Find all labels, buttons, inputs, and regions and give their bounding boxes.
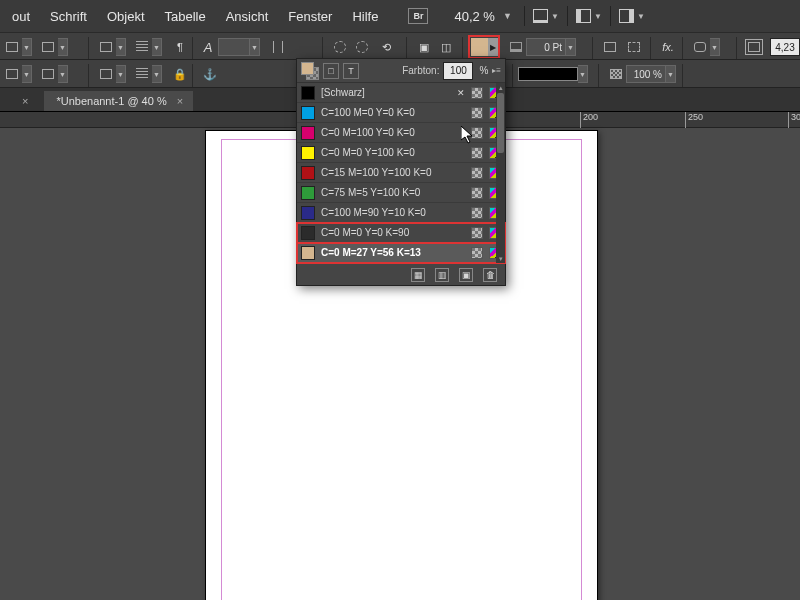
align-icon[interactable] bbox=[96, 64, 116, 84]
chevron-down-icon[interactable]: ▼ bbox=[578, 65, 588, 83]
separator bbox=[610, 6, 611, 26]
separator bbox=[192, 64, 193, 88]
chevron-down-icon[interactable]: ▼ bbox=[250, 38, 260, 56]
zoom-value: 40,2 % bbox=[454, 9, 494, 24]
menu-fenster[interactable]: Fenster bbox=[278, 3, 342, 30]
shear-angle-field[interactable] bbox=[218, 38, 250, 56]
flip-icon[interactable]: ⟲ bbox=[376, 37, 396, 57]
frame-fitting-icon[interactable] bbox=[744, 37, 764, 57]
stroke-style-preview[interactable] bbox=[518, 67, 578, 81]
cell-style-icon[interactable] bbox=[38, 64, 58, 84]
opacity-field[interactable]: 100 % bbox=[626, 65, 666, 83]
separator bbox=[682, 37, 683, 60]
chevron-down-icon[interactable]: ▼ bbox=[58, 65, 68, 83]
zoom-combo[interactable]: 40,2 % ▼ bbox=[454, 9, 511, 24]
rotate-cw-icon[interactable] bbox=[330, 37, 350, 57]
menu-tabelle[interactable]: Tabelle bbox=[155, 3, 216, 30]
bridge-button[interactable]: Br bbox=[408, 8, 428, 24]
distribute-icon[interactable] bbox=[132, 64, 152, 84]
menu-objekt[interactable]: Objekt bbox=[97, 3, 155, 30]
swatch-chip bbox=[301, 186, 315, 200]
scroll-thumb[interactable] bbox=[497, 93, 504, 153]
document-tab-other[interactable]: × bbox=[0, 91, 38, 111]
document-tab-label: *Unbenannt-1 @ 40 % bbox=[56, 95, 166, 107]
menu-schrift[interactable]: Schrift bbox=[40, 3, 97, 30]
chevron-right-icon[interactable]: ▸≡ bbox=[492, 66, 501, 75]
misc-numeric-field[interactable]: 4,23 bbox=[770, 38, 800, 56]
new-swatch-icon[interactable]: ▣ bbox=[459, 268, 473, 282]
chevron-down-icon[interactable]: ▼ bbox=[666, 65, 676, 83]
chevron-down-icon[interactable]: ▼ bbox=[152, 38, 162, 56]
close-icon[interactable]: × bbox=[177, 95, 183, 107]
select-container-icon[interactable]: ▣ bbox=[414, 37, 434, 57]
formatting-text-icon[interactable]: T bbox=[343, 63, 359, 79]
tint-field[interactable]: 100 bbox=[443, 62, 473, 80]
effects-icon[interactable]: fx. bbox=[658, 37, 678, 57]
separator bbox=[567, 6, 568, 26]
fill-stroke-proxy[interactable] bbox=[301, 62, 319, 80]
lock-icon[interactable]: 🔒 bbox=[170, 64, 190, 84]
object-style-icon[interactable] bbox=[2, 64, 22, 84]
story-options-icon[interactable]: ¶ bbox=[170, 37, 190, 57]
grid-icon[interactable] bbox=[132, 37, 152, 57]
corner-options-icon[interactable] bbox=[690, 37, 710, 57]
scroll-down-icon[interactable]: ▾ bbox=[496, 254, 505, 263]
swatch-row[interactable]: C=0 M=100 Y=0 K=0 bbox=[297, 123, 505, 143]
chevron-down-icon[interactable]: ▼ bbox=[710, 38, 720, 56]
text-wrap-bounding-icon[interactable] bbox=[624, 37, 644, 57]
separator bbox=[650, 37, 651, 60]
stroke-weight-icon bbox=[506, 37, 526, 57]
close-icon[interactable]: × bbox=[22, 95, 28, 107]
separator bbox=[192, 37, 193, 60]
chevron-down-icon[interactable]: ▼ bbox=[152, 65, 162, 83]
document-tab-active[interactable]: *Unbenannt-1 @ 40 % × bbox=[44, 91, 193, 111]
select-content-icon[interactable]: ◫ bbox=[436, 37, 456, 57]
separator bbox=[592, 37, 593, 60]
workspace-switcher-button[interactable]: ▼ bbox=[619, 5, 645, 27]
ruler-tick: 200 bbox=[580, 112, 598, 128]
swatch-row[interactable]: C=15 M=100 Y=100 K=0 bbox=[297, 163, 505, 183]
separator bbox=[322, 37, 323, 60]
scroll-up-icon[interactable]: ▴ bbox=[496, 83, 505, 92]
swatch-row[interactable]: C=0 M=0 Y=0 K=90 bbox=[297, 223, 505, 243]
chevron-down-icon[interactable]: ▼ bbox=[566, 38, 576, 56]
trash-icon[interactable]: 🗑 bbox=[483, 268, 497, 282]
chevron-down-icon[interactable]: ▼ bbox=[116, 38, 126, 56]
chevron-down-icon[interactable]: ▼ bbox=[22, 65, 32, 83]
text-wrap-none-icon[interactable] bbox=[600, 37, 620, 57]
swatch-row[interactable]: C=0 M=0 Y=100 K=0 bbox=[297, 143, 505, 163]
swatch-row[interactable]: [Schwarz]✕ bbox=[297, 83, 505, 103]
chevron-down-icon[interactable]: ▼ bbox=[116, 65, 126, 83]
text-frame-options-icon[interactable] bbox=[96, 37, 116, 57]
show-options-icon[interactable]: ▦ bbox=[411, 268, 425, 282]
swatch-chip bbox=[301, 106, 315, 120]
rotate-ccw-icon[interactable]: A bbox=[198, 37, 218, 57]
arrange-documents-button[interactable]: ▼ bbox=[576, 5, 602, 27]
stroke-weight-field[interactable]: 0 Pt bbox=[526, 38, 566, 56]
new-folder-icon[interactable]: ▥ bbox=[435, 268, 449, 282]
swatches-panel-footer: ▦ ▥ ▣ 🗑 bbox=[297, 263, 505, 285]
chevron-down-icon[interactable]: ▼ bbox=[22, 38, 32, 56]
scrollbar[interactable]: ▴ ▾ bbox=[496, 83, 505, 263]
opacity-icon bbox=[606, 64, 626, 84]
swatch-name: C=0 M=100 Y=0 K=0 bbox=[321, 127, 465, 138]
menu-layout[interactable]: out bbox=[2, 3, 40, 30]
anchor-icon[interactable]: ⚓ bbox=[200, 64, 220, 84]
separator bbox=[406, 37, 407, 60]
swatch-row[interactable]: C=100 M=0 Y=0 K=0 bbox=[297, 103, 505, 123]
swatch-row[interactable]: C=100 M=90 Y=10 K=0 bbox=[297, 203, 505, 223]
chevron-down-icon[interactable]: ▼ bbox=[58, 38, 68, 56]
formatting-container-icon[interactable]: □ bbox=[323, 63, 339, 79]
char-style-icon[interactable] bbox=[38, 37, 58, 57]
screen-mode-button[interactable]: ▼ bbox=[533, 5, 559, 27]
swatch-row[interactable]: C=75 M=5 Y=100 K=0 bbox=[297, 183, 505, 203]
separator bbox=[736, 37, 737, 60]
menu-hilfe[interactable]: Hilfe bbox=[342, 3, 388, 30]
flip-horizontal-icon[interactable] bbox=[268, 37, 288, 57]
menu-ansicht[interactable]: Ansicht bbox=[216, 3, 279, 30]
rotate-ccw-icon[interactable] bbox=[352, 37, 372, 57]
paragraph-style-icon[interactable] bbox=[2, 37, 22, 57]
swatch-row[interactable]: C=0 M=27 Y=56 K=13 bbox=[297, 243, 505, 263]
color-type-icon bbox=[471, 247, 483, 259]
fill-swatch-dropdown[interactable]: ▶ bbox=[468, 35, 500, 59]
